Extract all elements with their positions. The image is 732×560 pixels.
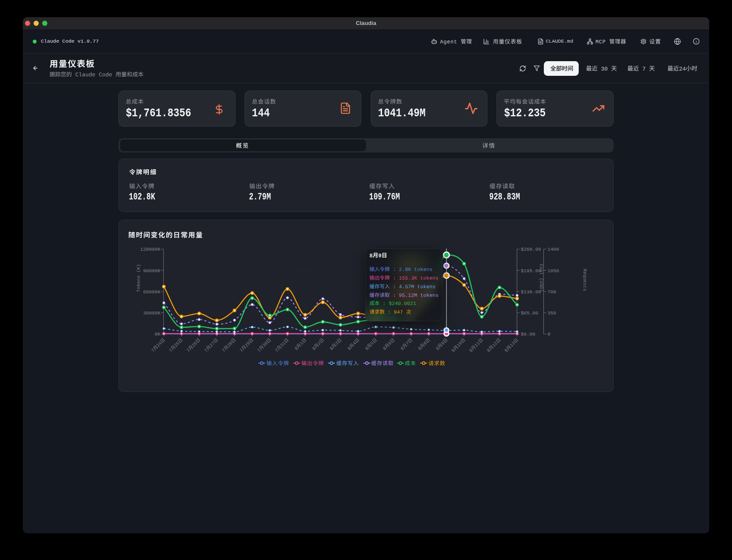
svg-text:Tokens (K): Tokens (K) — [136, 264, 141, 292]
svg-text:0K: 0K — [155, 332, 161, 337]
svg-text:Cost (USD): Cost (USD) — [539, 264, 544, 292]
svg-text:90000K: 90000K — [143, 268, 161, 274]
svg-text:1400: 1400 — [548, 247, 559, 252]
svg-text:$195.00: $195.00 — [521, 268, 541, 274]
svg-text:0: 0 — [548, 332, 551, 337]
svg-text:$260.00: $260.00 — [521, 247, 541, 252]
svg-text:$0.00: $0.00 — [521, 332, 536, 337]
svg-text:$65.00: $65.00 — [521, 311, 539, 316]
svg-text:30000K: 30000K — [143, 311, 161, 316]
svg-text:1050: 1050 — [548, 268, 559, 274]
svg-text:60000K: 60000K — [143, 289, 161, 295]
svg-text:350: 350 — [548, 311, 556, 316]
svg-text:Requests: Requests — [582, 269, 587, 291]
svg-text:700: 700 — [548, 289, 556, 295]
svg-text:$130.00: $130.00 — [521, 289, 541, 295]
svg-text:120000K: 120000K — [140, 247, 161, 252]
